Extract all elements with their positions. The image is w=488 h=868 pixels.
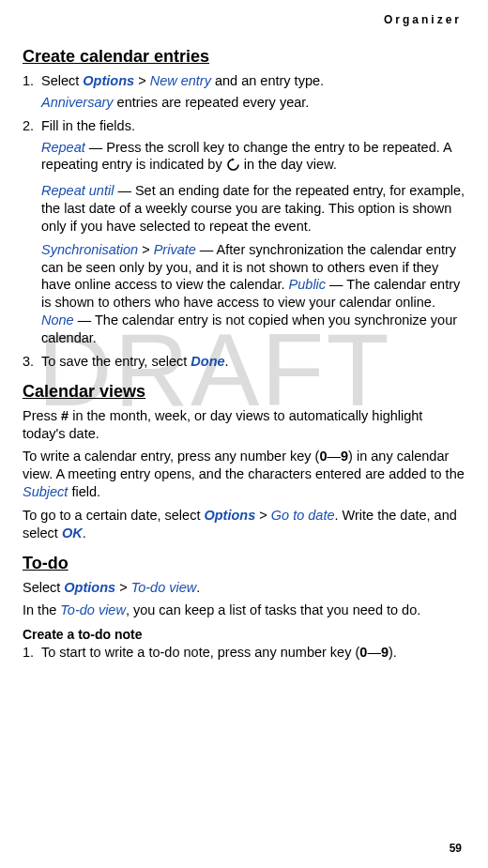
text: . (196, 580, 200, 595)
step-number: 1. (23, 72, 41, 90)
list-item: 2. Fill in the fields. (23, 117, 465, 135)
text: To go to a certain date, select (23, 508, 204, 523)
page-number: 59 (450, 842, 462, 855)
text: field. (68, 484, 100, 499)
ui-label-anniversary: Anniversary (41, 95, 114, 110)
ui-label-public: Public (289, 277, 327, 292)
todo-steps-list: 1. To start to write a to-do note, press… (23, 644, 465, 662)
create-steps-list: 1. Select Options > New entry and an ent… (23, 72, 465, 90)
text: > (255, 508, 271, 523)
ui-label-ok: OK (62, 525, 83, 541)
step-body: Fill in the fields. (41, 117, 465, 135)
subheading-create-todo: Create a to-do note (23, 627, 465, 642)
key-nine: 9 (381, 645, 389, 660)
ui-label-repeat: Repeat (41, 140, 85, 155)
ui-label-options: Options (83, 73, 134, 88)
page-header: Organizer (384, 13, 462, 26)
ui-label-options: Options (64, 580, 115, 595)
ui-label-subject: Subject (23, 484, 68, 499)
step-number: 3. (23, 353, 41, 371)
text: To save the entry, select (41, 354, 191, 369)
list-item: 1. Select Options > New entry and an ent… (23, 72, 465, 90)
text: — The calendar entry is not copied when … (41, 312, 457, 345)
ui-label-none: None (41, 312, 74, 327)
text: ). (389, 645, 397, 660)
anniversary-note: Anniversary entries are repeated every y… (41, 94, 465, 112)
text: in the month, week, or day views to auto… (23, 408, 422, 441)
ui-label-todo-view: To-do view (131, 580, 197, 595)
key-hash: # (61, 408, 69, 423)
text: in the day view. (240, 157, 337, 172)
sync-note: Synchronisation > Private — After synchr… (41, 241, 465, 347)
repeat-until-note: Repeat until — Set an ending date for th… (41, 182, 465, 236)
todo-p2: In the To-do view, you can keep a list o… (23, 602, 465, 619)
repeat-note: Repeat — Press the scroll key to change … (41, 139, 465, 177)
views-p2: To write a calendar entry, press any num… (23, 448, 465, 501)
text: Select (23, 580, 64, 595)
list-item: 3. To save the entry, select Done. (23, 353, 465, 371)
text: Press (23, 408, 61, 423)
list: 2. Fill in the fields. (23, 117, 465, 135)
page-content: Create calendar entries 1. Select Option… (23, 47, 465, 662)
text: — (367, 645, 381, 660)
heading-create-calendar: Create calendar entries (23, 47, 465, 67)
text: > (115, 580, 131, 595)
step-number: 1. (23, 644, 41, 662)
text: , you can keep a list of tasks that you … (126, 602, 420, 617)
text: In the (23, 602, 60, 617)
text: and an entry type. (211, 73, 324, 88)
text: entries are repeated every year. (114, 95, 310, 110)
step-body: To save the entry, select Done. (41, 353, 465, 371)
text: To start to write a to-do note, press an… (41, 645, 359, 660)
text: Select (41, 73, 83, 88)
key-zero: 0 (319, 449, 327, 464)
text: — (328, 449, 342, 464)
repeat-icon (226, 158, 240, 176)
text: . (225, 354, 229, 369)
ui-label-private: Private (154, 242, 196, 257)
views-p3: To go to a certain date, select Options … (23, 507, 465, 542)
heading-todo: To-do (23, 554, 465, 573)
key-nine: 9 (341, 449, 348, 464)
step-body: Select Options > New entry and an entry … (41, 72, 465, 90)
ui-label-done: Done (191, 354, 224, 369)
text: > (138, 242, 154, 257)
ui-label-synchronisation: Synchronisation (41, 242, 138, 257)
step-number: 2. (23, 117, 41, 135)
text: . (83, 525, 86, 541)
ui-label-new-entry: New entry (150, 73, 211, 88)
text: To write a calendar entry, press any num… (23, 449, 319, 464)
step-body: To start to write a to-do note, press an… (41, 644, 465, 662)
heading-calendar-views: Calendar views (23, 382, 465, 402)
todo-p1: Select Options > To-do view. (23, 579, 465, 597)
list-item: 1. To start to write a to-do note, press… (23, 644, 465, 662)
list: 3. To save the entry, select Done. (23, 353, 465, 371)
ui-label-todo-view: To-do view (60, 602, 126, 617)
views-p1: Press # in the month, week, or day views… (23, 407, 465, 443)
ui-label-go-to-date: Go to date (271, 508, 335, 523)
ui-label-repeat-until: Repeat until (41, 183, 114, 198)
text: > (134, 73, 150, 88)
ui-label-options: Options (204, 508, 255, 523)
